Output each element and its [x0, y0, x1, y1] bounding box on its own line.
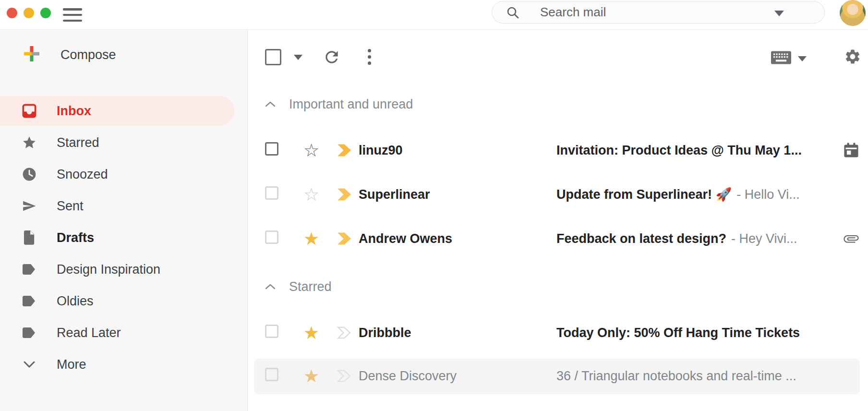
- sidebar-item-read-later[interactable]: Read Later: [0, 317, 247, 349]
- calendar-icon: [843, 142, 859, 158]
- window-controls: [7, 8, 51, 18]
- email-subject-line: 36 / Triangular notebooks and real-time …: [556, 369, 831, 384]
- email-checkbox[interactable]: [265, 142, 278, 156]
- sidebar-item-label: Design Inspiration: [57, 262, 160, 277]
- sidebar-item-label: Oldies: [57, 294, 94, 309]
- avatar[interactable]: [840, 0, 866, 26]
- search-input[interactable]: Search mail: [492, 1, 825, 24]
- search-options-caret-icon[interactable]: [774, 11, 784, 16]
- settings-gear-icon[interactable]: [844, 48, 861, 65]
- email-row[interactable]: ★ Andrew Owens Feedback on latest design…: [248, 217, 868, 261]
- email-row[interactable]: ★ Dense Discovery 36 / Triangular notebo…: [248, 354, 868, 398]
- more-options-icon[interactable]: [368, 49, 372, 65]
- sidebar-item-label: Snoozed: [57, 167, 108, 182]
- email-sender: linuz90: [359, 143, 546, 158]
- email-subject-line: Feedback on latest design?- Hey Vivi...: [556, 231, 831, 246]
- refresh-icon[interactable]: [323, 48, 341, 66]
- sidebar-item-label: Starred: [57, 135, 99, 150]
- select-options-caret-icon[interactable]: [294, 55, 302, 60]
- compose-button[interactable]: Compose: [22, 41, 116, 69]
- email-sender: Superlinear: [359, 187, 546, 202]
- email-subject-line: Update from Superlinear! 🚀- Hello Vi...: [556, 187, 831, 202]
- importance-marker-icon[interactable]: [336, 231, 354, 246]
- sidebar-item-starred[interactable]: Starred: [0, 127, 247, 158]
- close-window-button[interactable]: [7, 8, 17, 18]
- inbox-icon: [22, 104, 36, 118]
- importance-marker-icon[interactable]: [336, 187, 354, 202]
- sidebar-item-oldies[interactable]: Oldies: [0, 285, 247, 317]
- email-sender: Andrew Owens: [359, 231, 546, 246]
- email-checkbox[interactable]: [265, 368, 278, 381]
- star-filled-icon[interactable]: ★: [303, 324, 319, 342]
- section-header-important: Important and unread: [248, 95, 868, 113]
- email-subject: Update from Superlinear! 🚀: [556, 187, 732, 202]
- collapse-section-icon[interactable]: [265, 283, 276, 290]
- sidebar-item-label: Inbox: [57, 104, 91, 119]
- email-snippet: - Hey Vivi...: [731, 231, 797, 246]
- email-subject-line: Today Only: 50% Off Hang Time Tickets: [556, 326, 831, 340]
- clock-icon: [22, 167, 36, 181]
- search-icon: [506, 5, 520, 20]
- star-icon: [22, 135, 36, 150]
- star-filled-icon[interactable]: ★: [303, 230, 319, 248]
- collapse-section-icon[interactable]: [265, 101, 276, 108]
- importance-marker-outline-icon[interactable]: [336, 326, 354, 340]
- email-row[interactable]: ☆ Superlinear Update from Superlinear! 🚀…: [248, 172, 868, 217]
- section-title: Important and unread: [289, 97, 413, 112]
- sidebar-item-drafts[interactable]: Drafts: [0, 222, 247, 254]
- label-icon: [22, 264, 36, 275]
- email-sender: Dribbble: [359, 326, 546, 340]
- send-icon: [22, 199, 36, 213]
- sidebar-item-sent[interactable]: Sent: [0, 190, 247, 222]
- email-checkbox[interactable]: [265, 186, 278, 200]
- chevron-down-icon: [22, 361, 36, 368]
- paperclip-icon: [843, 230, 859, 247]
- email-row[interactable]: ★ Dribbble Today Only: 50% Off Hang Time…: [248, 311, 868, 355]
- file-icon: [22, 230, 36, 245]
- star-outline-icon[interactable]: ☆: [303, 186, 319, 204]
- sidebar-item-inbox[interactable]: Inbox: [0, 95, 247, 127]
- email-snippet: - Hello Vi...: [736, 187, 800, 202]
- section-header-starred: Starred: [248, 278, 868, 296]
- email-row[interactable]: ☆ linuz90 Invitation: Product Ideas @ Th…: [248, 128, 868, 172]
- sidebar-item-snoozed[interactable]: Snoozed: [0, 158, 247, 190]
- star-outline-icon[interactable]: ☆: [303, 142, 319, 159]
- email-subject-line: Invitation: Product Ideas @ Thu May 1...: [556, 143, 831, 158]
- sidebar-item-label: Read Later: [57, 326, 121, 340]
- keyboard-icon: [771, 51, 791, 66]
- topbar: Search mail: [0, 0, 868, 30]
- importance-marker-icon[interactable]: [336, 143, 354, 157]
- sidebar-item-label: Drafts: [57, 230, 94, 245]
- label-icon: [22, 327, 36, 338]
- zoom-window-button[interactable]: [40, 8, 51, 18]
- input-tools-button[interactable]: [771, 51, 807, 66]
- sidebar-item-more[interactable]: More: [0, 349, 247, 380]
- minimize-window-button[interactable]: [24, 8, 34, 18]
- sidebar-item-label: Sent: [57, 199, 84, 214]
- email-subject: Invitation: Product Ideas @ Thu May 1...: [556, 143, 802, 157]
- star-filled-icon[interactable]: ★: [303, 367, 319, 385]
- section-title: Starred: [289, 279, 332, 294]
- mail-toolbar: [248, 48, 868, 68]
- importance-marker-outline-icon[interactable]: [336, 369, 354, 383]
- compose-label: Compose: [60, 48, 116, 62]
- label-icon: [22, 296, 36, 306]
- email-subject: 36 / Triangular notebooks and real-time …: [556, 369, 796, 383]
- select-all-checkbox[interactable]: [265, 49, 281, 65]
- sidebar-item-label: More: [57, 357, 86, 372]
- mail-list-pane: Important and unread ☆ linuz90 Invitatio…: [248, 30, 868, 411]
- sidebar: Compose Inbox Starred Snoozed: [0, 30, 248, 411]
- email-checkbox[interactable]: [265, 325, 278, 338]
- email-sender: Dense Discovery: [359, 369, 546, 384]
- email-subject: Feedback on latest design?: [556, 231, 726, 246]
- email-subject: Today Only: 50% Off Hang Time Tickets: [556, 326, 800, 340]
- sidebar-item-design-inspiration[interactable]: Design Inspiration: [0, 254, 247, 285]
- sidebar-nav: Inbox Starred Snoozed Sent: [0, 95, 247, 380]
- compose-plus-icon: [22, 44, 41, 65]
- email-checkbox[interactable]: [265, 230, 278, 244]
- search-placeholder: Search mail: [540, 5, 606, 20]
- keyboard-caret-icon: [798, 56, 807, 61]
- menu-icon[interactable]: [63, 7, 82, 23]
